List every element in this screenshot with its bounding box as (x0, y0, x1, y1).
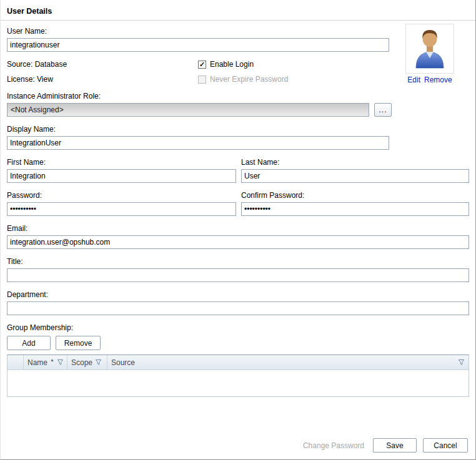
enable-login-label: Enable Login (210, 60, 254, 69)
email-input[interactable] (7, 235, 469, 249)
remove-group-button[interactable]: Remove (56, 336, 101, 350)
never-expire-label: Never Expire Password (210, 75, 288, 84)
never-expire-checkbox[interactable] (198, 76, 206, 84)
license-text: License: View (7, 75, 198, 84)
enable-login-checkbox-row: ✓ Enable Login (198, 60, 254, 69)
last-name-column: Last Name: (241, 150, 469, 183)
grid-column-name-label: Name (27, 358, 47, 367)
email-label: Email: (7, 224, 469, 233)
first-name-column: First Name: (7, 150, 236, 183)
first-name-input[interactable] (7, 169, 236, 183)
title-label: Title: (7, 257, 469, 266)
name-columns: First Name: Last Name: (7, 150, 469, 183)
department-label: Department: (7, 290, 469, 299)
grid-body-empty (7, 370, 469, 396)
license-row: License: View Never Expire Password (7, 75, 469, 84)
page-title: User Details (1, 0, 475, 20)
instance-admin-role-row: <Not Assigned> ... (7, 103, 469, 117)
confirm-password-label: Confirm Password: (241, 191, 469, 200)
instance-admin-role-field: <Not Assigned> (7, 103, 369, 117)
grid-column-source-label: Source (111, 358, 135, 367)
avatar-edit-link[interactable]: Edit (407, 76, 420, 84)
instance-admin-role-label: Instance Administrator Role: (7, 92, 469, 100)
role-browse-button[interactable]: ... (374, 103, 392, 117)
confirm-password-column: Confirm Password: (241, 183, 469, 216)
display-name-label: Display Name: (7, 125, 469, 134)
grid-column-name[interactable]: Name ▲ (24, 355, 67, 369)
never-expire-checkbox-row: Never Expire Password (198, 75, 288, 84)
user-avatar-section: Edit Remove (404, 24, 455, 84)
group-membership-grid: Name ▲ Scope Source (7, 355, 469, 397)
user-name-label: User Name: (7, 27, 469, 36)
add-group-button[interactable]: Add (7, 336, 51, 350)
group-membership-label: Group Membership: (7, 323, 469, 332)
grid-column-scope-label: Scope (71, 358, 92, 367)
password-column: Password: (7, 183, 236, 216)
password-input[interactable] (7, 202, 236, 216)
user-details-panel: User Details User Name: Source: Database… (0, 0, 476, 460)
title-input[interactable] (7, 268, 469, 282)
password-label: Password: (7, 191, 236, 200)
group-membership-buttons: Add Remove (7, 336, 469, 350)
change-password-button[interactable]: Change Password (303, 441, 364, 450)
user-avatar-image (405, 24, 454, 74)
grid-header-row: Name ▲ Scope Source (7, 355, 469, 370)
last-name-label: Last Name: (241, 158, 469, 167)
last-name-input[interactable] (241, 169, 469, 183)
source-row: Source: Database ✓ Enable Login (7, 60, 469, 69)
filter-icon[interactable] (57, 359, 64, 366)
first-name-label: First Name: (7, 158, 236, 167)
sort-ascending-icon: ▲ (50, 358, 54, 362)
display-name-input[interactable] (7, 136, 389, 150)
filter-icon[interactable] (95, 359, 102, 366)
avatar-remove-link[interactable]: Remove (424, 76, 452, 84)
confirm-password-input[interactable] (241, 202, 469, 216)
title-separator (1, 20, 475, 21)
grid-column-icon (7, 355, 24, 369)
footer-actions: Change Password Save Cancel (303, 438, 468, 453)
user-name-input[interactable] (7, 38, 389, 52)
filter-icon[interactable] (458, 359, 465, 366)
grid-column-source[interactable]: Source (107, 355, 469, 369)
person-icon (410, 28, 450, 69)
avatar-links: Edit Remove (404, 76, 455, 84)
password-columns: Password: Confirm Password: (7, 183, 469, 216)
grid-column-scope[interactable]: Scope (67, 355, 107, 369)
enable-login-checkbox[interactable]: ✓ (198, 61, 206, 69)
source-text: Source: Database (7, 60, 198, 69)
save-button[interactable]: Save (373, 438, 417, 453)
cancel-button[interactable]: Cancel (423, 438, 468, 453)
department-input[interactable] (7, 301, 469, 315)
